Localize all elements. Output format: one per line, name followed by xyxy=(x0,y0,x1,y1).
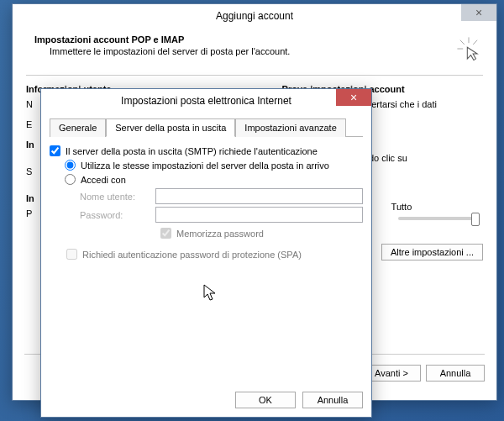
spa-checkbox[interactable] xyxy=(66,249,77,260)
tab-outgoing-server[interactable]: Server della posta in uscita xyxy=(106,118,235,137)
slider-thumb[interactable] xyxy=(471,213,480,226)
username-label: Nome utente: xyxy=(80,192,155,202)
parent-title: Aggiungi account xyxy=(13,10,496,22)
smtp-auth-checkbox[interactable] xyxy=(50,145,60,156)
close-icon: × xyxy=(475,6,482,19)
offline-value: Tutto xyxy=(391,202,412,212)
svg-line-2 xyxy=(460,40,465,45)
use-same-settings-radio[interactable] xyxy=(65,160,76,171)
remember-password-label: Memorizza password xyxy=(176,229,264,239)
login-with-radio[interactable] xyxy=(65,174,76,185)
close-icon: × xyxy=(350,91,357,104)
use-same-settings-label: Utilizza le stesse impostazioni del serv… xyxy=(81,161,329,171)
tab-general[interactable]: Generale xyxy=(50,118,106,137)
spa-label: Richiedi autenticazione password di prot… xyxy=(82,250,302,260)
more-settings-button[interactable]: Altre impostazioni ... xyxy=(381,244,483,260)
username-input[interactable] xyxy=(155,188,363,204)
offline-slider[interactable] xyxy=(398,217,476,220)
tabstrip: Generale Server della posta in uscita Im… xyxy=(50,118,363,137)
wizard-cursor-icon xyxy=(454,34,483,63)
email-settings-dialog: Impostazioni posta elettronica Internet … xyxy=(40,88,372,418)
smtp-auth-label: Il server della posta in uscita (SMTP) r… xyxy=(66,146,318,156)
child-close-button[interactable]: × xyxy=(336,89,371,106)
ok-button[interactable]: OK xyxy=(235,392,296,408)
header-subtitle: Immettere le impostazioni del server di … xyxy=(50,46,454,56)
child-titlebar: Impostazioni posta elettronica Internet … xyxy=(41,89,371,113)
password-input[interactable] xyxy=(155,207,363,223)
tab-advanced[interactable]: Impostazioni avanzate xyxy=(235,118,345,137)
child-cancel-button[interactable]: Annulla xyxy=(302,392,363,408)
child-title: Impostazioni posta elettronica Internet xyxy=(41,95,371,107)
svg-line-3 xyxy=(473,40,477,45)
login-with-label: Accedi con xyxy=(81,175,126,185)
header-title: Impostazioni account POP e IMAP xyxy=(34,34,454,45)
parent-cancel-button[interactable]: Annulla xyxy=(426,365,485,382)
remember-password-checkbox[interactable] xyxy=(160,228,171,239)
parent-titlebar: Aggiungi account × xyxy=(13,4,496,28)
parent-close-button[interactable]: × xyxy=(461,4,496,21)
password-label: Password: xyxy=(80,210,155,220)
